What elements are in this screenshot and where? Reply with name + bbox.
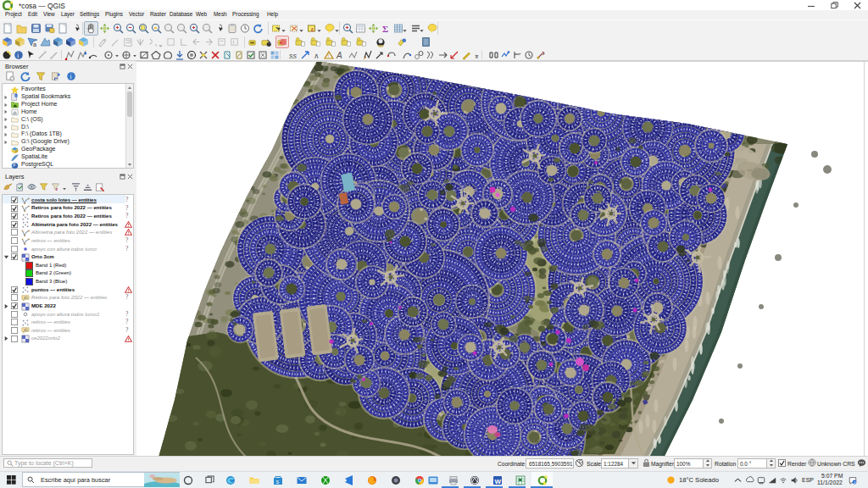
svg-text:P: P xyxy=(13,164,15,168)
svg-text:a: a xyxy=(33,42,36,47)
svg-text:ab: ab xyxy=(24,296,29,300)
svg-text:ε: ε xyxy=(56,186,58,191)
svg-text:A: A xyxy=(336,51,342,60)
svg-text:!: ! xyxy=(328,53,330,58)
svg-text:ss: ss xyxy=(289,52,298,60)
svg-text:Σ: Σ xyxy=(382,24,388,34)
svg-text:ab: ab xyxy=(24,328,29,332)
svg-text:i: i xyxy=(70,73,72,80)
svg-text:24: 24 xyxy=(854,481,857,485)
svg-text:∧: ∧ xyxy=(314,52,320,60)
svg-text:⌆: ⌆ xyxy=(474,53,480,60)
svg-text:S: S xyxy=(275,480,279,485)
svg-text:W: W xyxy=(494,478,501,485)
